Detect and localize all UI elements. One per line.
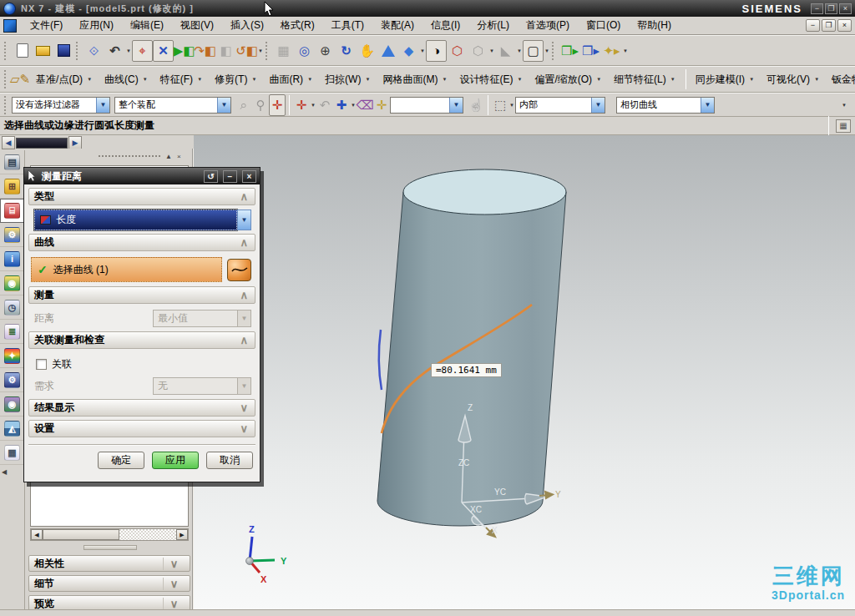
resource-collapse-arrow[interactable]: ◀ xyxy=(0,465,24,479)
toolbar-grip[interactable] xyxy=(4,70,6,88)
inside-select[interactable]: 内部▼ xyxy=(515,97,605,114)
sweep-menu[interactable]: 扫掠(W)▼ xyxy=(319,71,377,88)
select-step-icon[interactable]: ◧ xyxy=(215,40,236,62)
toolbar-grip[interactable] xyxy=(4,96,8,114)
chevron-down-icon[interactable]: ∨ xyxy=(163,598,185,610)
menu-window[interactable]: 窗口(O) xyxy=(578,16,629,35)
assembly-navigator-icon[interactable]: ▤ xyxy=(0,150,24,174)
dialog-title-bar[interactable]: 测量距离 ↺ − × xyxy=(24,168,260,184)
touch-select-icon[interactable]: ☝ xyxy=(468,94,484,116)
drag-handle[interactable] xyxy=(99,155,160,157)
measure-distance-dialog[interactable]: 测量距离 ↺ − × 类型 ∧ 长度 ▼ 曲线 ∧ ✓ 选择曲线 (1) xyxy=(23,167,261,482)
menu-application[interactable]: 应用(N) xyxy=(71,16,122,35)
menu-tools[interactable]: 工具(T) xyxy=(323,16,372,35)
close-panel-icon[interactable]: × xyxy=(177,153,181,160)
scene-icon[interactable]: ◭ xyxy=(0,417,24,441)
marquee-select-icon[interactable]: ⬚ xyxy=(492,94,508,116)
trim-menu[interactable]: 修剪(T)▼ xyxy=(209,71,263,88)
visualization-palette-icon[interactable]: ✦ xyxy=(0,344,24,368)
background-icon[interactable]: ▢ xyxy=(523,40,544,62)
menu-help[interactable]: 帮助(H) xyxy=(629,16,680,35)
menu-format[interactable]: 格式(R) xyxy=(272,16,323,35)
menu-preferences[interactable]: 首选项(P) xyxy=(518,16,578,35)
measure-type-dropdown[interactable]: 长度 ▼ xyxy=(34,210,251,230)
part-navigator-icon[interactable]: ⌸ xyxy=(0,199,24,223)
system-materials-icon[interactable]: ◷ xyxy=(0,295,24,320)
type-section-header[interactable]: 类型 ∧ xyxy=(28,188,255,205)
curve-selector-button[interactable] xyxy=(227,259,251,281)
select-curve-row[interactable]: ✓ 选择曲线 (1) xyxy=(31,256,251,283)
collapse-panel-icon[interactable]: ▲ xyxy=(165,153,172,160)
chevron-up-icon[interactable]: ∧ xyxy=(240,334,250,346)
menu-analysis[interactable]: 分析(L) xyxy=(468,16,518,35)
shaded-with-edges-icon[interactable]: ◑ xyxy=(426,40,447,62)
find-component-icon[interactable]: ⌕ xyxy=(235,94,252,116)
panel-splitter[interactable] xyxy=(83,545,137,550)
menu-insert[interactable]: 插入(S) xyxy=(222,16,272,35)
sketch-icon[interactable]: ▱✎ xyxy=(10,68,30,90)
results-display-section-header[interactable]: 结果显示 ∨ xyxy=(28,399,255,417)
undo-icon[interactable]: ↶ xyxy=(104,40,125,62)
toolbar-grip[interactable] xyxy=(266,42,269,60)
curve-menu[interactable]: 曲线(C)▼ xyxy=(99,71,154,88)
process-studio-icon[interactable]: ≣ xyxy=(0,320,24,344)
associative-section-header[interactable]: 关联测量和检查 ∧ xyxy=(28,331,255,349)
pager-slider[interactable] xyxy=(16,138,68,149)
synchronous-modeling-menu[interactable]: 同步建模(I)▼ xyxy=(690,71,761,88)
erase-highlight-icon[interactable]: ⌫ xyxy=(357,94,373,116)
offset-scale-menu[interactable]: 偏置/缩放(O)▼ xyxy=(529,71,608,88)
menu-assemblies[interactable]: 装配(A) xyxy=(372,16,422,35)
scene-light-icon[interactable]: ◣ xyxy=(495,40,516,62)
play-forward-icon[interactable]: ▶◧ xyxy=(174,40,195,62)
save-icon[interactable] xyxy=(53,40,74,62)
menu-file[interactable]: 文件(F) xyxy=(22,16,71,35)
curve-section-header[interactable]: 曲线 ∧ xyxy=(28,234,255,251)
mesh-surface-menu[interactable]: 网格曲面(M)▼ xyxy=(377,71,453,88)
associative-checkbox[interactable] xyxy=(36,359,47,370)
layout-options-icon[interactable]: ✦▸ xyxy=(601,40,622,62)
dependencies-section[interactable]: 相关性 ∨ xyxy=(28,555,190,572)
toolbar-grip[interactable] xyxy=(76,42,79,60)
replay-icon[interactable]: ↺◧ xyxy=(236,40,257,62)
undo-dropdown-caret[interactable]: ▼ xyxy=(125,48,132,53)
window-minimize-button[interactable]: − xyxy=(811,3,823,14)
window-restore-button[interactable]: ❐ xyxy=(825,3,837,14)
dialog-rail-icon[interactable]: ▦ xyxy=(836,119,851,133)
feature-menu[interactable]: 特征(F)▼ xyxy=(154,71,209,88)
selection-filter-select[interactable]: 没有选择过滤器▼ xyxy=(12,97,110,114)
spreadsheet-icon[interactable]: ▦ xyxy=(0,441,24,465)
details-section[interactable]: 细节 ∨ xyxy=(28,575,190,592)
scroll-right-button[interactable]: ▶ xyxy=(176,529,188,540)
snap-point-icon[interactable]: ✛ xyxy=(269,94,286,116)
detail-feature-menu[interactable]: 细节特征(L)▼ xyxy=(608,71,682,88)
chevron-down-icon[interactable]: ∨ xyxy=(240,422,250,435)
pager-left-button[interactable]: ◀ xyxy=(2,136,15,149)
dialog-minimize-button[interactable]: − xyxy=(223,170,237,183)
visualization-menu[interactable]: 可视化(V)▼ xyxy=(761,71,826,88)
cancel-button[interactable]: 取消 xyxy=(206,452,253,469)
point-dropdown-caret[interactable]: ▼ xyxy=(310,103,316,108)
tangent-curve-select[interactable]: 相切曲线▼ xyxy=(616,97,715,114)
marquee-dropdown-caret[interactable]: ▼ xyxy=(508,103,515,108)
background-dropdown-caret[interactable]: ▼ xyxy=(544,48,550,53)
static-wireframe-icon[interactable]: ⬡ xyxy=(468,40,488,62)
dropdown-arrow-icon[interactable]: ▼ xyxy=(237,210,251,230)
selection-scope-select[interactable]: 整个装配▼ xyxy=(114,97,231,114)
undo-selection-icon[interactable]: ↶ xyxy=(316,94,333,116)
new-layout-icon[interactable]: ❒▸ xyxy=(559,40,580,62)
toolbar-grip[interactable] xyxy=(4,42,8,60)
rotate-view-icon[interactable]: ↻ xyxy=(336,40,357,62)
web-browser-icon[interactable]: i xyxy=(0,247,24,271)
wireframe-icon[interactable]: ⬡ xyxy=(447,40,468,62)
ok-button[interactable]: 确定 xyxy=(98,452,144,469)
design-feature-menu[interactable]: 设计特征(E)▼ xyxy=(453,71,529,88)
view-dropdown-caret[interactable]: ▼ xyxy=(419,48,426,53)
orient-view-icon[interactable]: ⟐ xyxy=(83,40,104,62)
render-dropdown-caret[interactable]: ▼ xyxy=(488,48,495,53)
fit-view-icon[interactable]: ▦ xyxy=(273,40,294,62)
window-close-button[interactable]: × xyxy=(839,3,852,14)
roles-icon[interactable]: ◉ xyxy=(0,392,24,417)
layout-dropdown-caret[interactable]: ▼ xyxy=(622,48,629,53)
reuse-library-icon[interactable]: ⚙ xyxy=(0,223,24,247)
mdi-minimize-button[interactable]: − xyxy=(806,19,820,32)
